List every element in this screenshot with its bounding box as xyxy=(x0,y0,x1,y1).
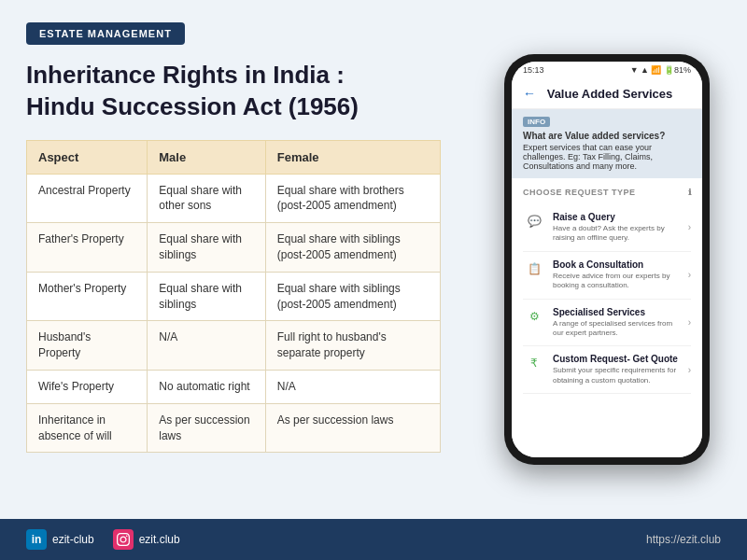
raise-query-title: Raise a Query xyxy=(553,212,684,222)
cell-female: As per succession laws xyxy=(265,403,440,453)
table-row: Husband's PropertyN/AFull right to husba… xyxy=(27,321,441,371)
specialised-title: Specialised Services xyxy=(553,307,684,317)
cell-female: Equal share with siblings (post-2005 ame… xyxy=(265,223,440,273)
table-row: Wife's PropertyNo automatic rightN/A xyxy=(27,370,441,403)
custom-req-icon: ₹ xyxy=(523,355,545,371)
phone-mockup: 15:13 ▼ ▲ 📶 🔋81% ← Value Added Services … xyxy=(504,54,710,465)
cell-aspect: Mother's Property xyxy=(27,272,148,321)
custom-req-arrow: › xyxy=(688,365,691,375)
col-header-female: Female xyxy=(265,140,440,174)
cell-aspect: Father's Property xyxy=(27,223,148,273)
book-consultation-item[interactable]: 📋 Book a Consultation Receive advice fro… xyxy=(523,252,691,300)
phone-header: ← Value Added Services xyxy=(512,78,702,109)
cell-female: Full right to husband's separate propert… xyxy=(265,321,440,371)
instagram-label: ezit.club xyxy=(139,533,180,546)
custom-req-desc: Submit your specific requirements for ob… xyxy=(553,366,684,385)
col-header-male: Male xyxy=(148,140,265,174)
table-row: Father's PropertyEqual share with siblin… xyxy=(27,223,441,273)
raise-query-item[interactable]: 💬 Raise a Query Have a doubt? Ask the ex… xyxy=(523,204,691,252)
info-title: What are Value added services? xyxy=(523,131,691,141)
custom-req-content: Custom Request- Get Quote Submit your sp… xyxy=(553,354,684,385)
col-header-aspect: Aspect xyxy=(27,140,148,174)
book-consult-icon: 📋 xyxy=(523,260,545,277)
choose-section: CHOOSE REQUEST TYPE ℹ 💬 Raise a Query Ha… xyxy=(512,178,702,457)
left-panel: ESTATE MANAGEMENT Inheritance Rights in … xyxy=(0,0,467,519)
cell-male: N/A xyxy=(148,321,265,371)
status-bar: 15:13 ▼ ▲ 📶 🔋81% xyxy=(512,62,702,78)
instagram-icon[interactable] xyxy=(113,529,134,550)
footer-website[interactable]: https://ezit.club xyxy=(646,533,721,546)
page-title: Inheritance Rights in India :Hindu Succe… xyxy=(26,60,441,123)
linkedin-icon[interactable]: in xyxy=(26,529,47,550)
info-icon[interactable]: ℹ xyxy=(688,188,692,197)
book-consult-content: Book a Consultation Receive advice from … xyxy=(553,259,684,291)
status-time: 15:13 xyxy=(523,65,544,75)
info-tag: INFO xyxy=(523,117,550,127)
table-row: Ancestral PropertyEqual share with other… xyxy=(27,174,441,223)
footer: in ezit-club ezit.club https://ezit.club xyxy=(0,519,747,560)
raise-query-icon: 💬 xyxy=(523,213,545,230)
raise-query-arrow: › xyxy=(688,222,691,232)
instagram-social: ezit.club xyxy=(113,529,180,550)
book-consult-desc: Receive advice from our experts by booki… xyxy=(553,272,684,291)
choose-title: CHOOSE REQUEST TYPE ℹ xyxy=(523,188,691,197)
cell-female: Equal share with siblings (post-2005 ame… xyxy=(265,272,440,321)
raise-query-content: Raise a Query Have a doubt? Ask the expe… xyxy=(553,212,684,244)
cell-female: N/A xyxy=(265,370,440,403)
phone-screen: 15:13 ▼ ▲ 📶 🔋81% ← Value Added Services … xyxy=(512,62,702,457)
status-icons: ▼ ▲ 📶 🔋81% xyxy=(630,65,691,75)
cell-aspect: Inheritance in absence of will xyxy=(27,403,148,453)
specialised-icon: ⚙ xyxy=(523,308,545,325)
badge: ESTATE MANAGEMENT xyxy=(26,22,185,45)
cell-female: Equal share with brothers (post-2005 ame… xyxy=(265,174,440,223)
footer-left: in ezit-club ezit.club xyxy=(26,529,180,550)
cell-male: As per succession laws xyxy=(148,403,265,453)
cell-male: Equal share with other sons xyxy=(148,174,265,223)
main-container: ESTATE MANAGEMENT Inheritance Rights in … xyxy=(0,0,747,519)
table-row: Inheritance in absence of willAs per suc… xyxy=(27,403,441,453)
specialised-content: Specialised Services A range of speciali… xyxy=(553,307,684,339)
raise-query-desc: Have a doubt? Ask the experts by raising… xyxy=(553,224,684,244)
specialised-arrow: › xyxy=(688,317,691,328)
cell-male: Equal share with siblings xyxy=(148,272,265,321)
book-consult-arrow: › xyxy=(688,270,691,280)
table-row: Mother's PropertyEqual share with siblin… xyxy=(27,272,441,321)
cell-male: No automatic right xyxy=(148,370,265,403)
cell-aspect: Husband's Property xyxy=(27,321,148,371)
custom-request-item[interactable]: ₹ Custom Request- Get Quote Submit your … xyxy=(523,346,691,394)
screen-title: Value Added Services xyxy=(543,87,676,101)
specialised-services-item[interactable]: ⚙ Specialised Services A range of specia… xyxy=(523,300,691,347)
cell-aspect: Wife's Property xyxy=(27,370,148,403)
custom-req-title: Custom Request- Get Quote xyxy=(553,354,684,364)
specialised-desc: A range of specialised services from our… xyxy=(553,319,684,339)
linkedin-label: ezit-club xyxy=(52,533,94,546)
cell-male: Equal share with siblings xyxy=(148,223,265,273)
right-panel: 15:13 ▼ ▲ 📶 🔋81% ← Value Added Services … xyxy=(467,0,747,519)
info-desc: Expert services that can ease your chall… xyxy=(523,143,691,171)
inheritance-table: Aspect Male Female Ancestral PropertyEqu… xyxy=(26,140,441,454)
book-consult-title: Book a Consultation xyxy=(553,259,684,270)
cell-aspect: Ancestral Property xyxy=(27,174,148,223)
back-button[interactable]: ← xyxy=(523,86,536,101)
info-banner: INFO What are Value added services? Expe… xyxy=(512,109,702,178)
linkedin-social: in ezit-club xyxy=(26,529,94,550)
